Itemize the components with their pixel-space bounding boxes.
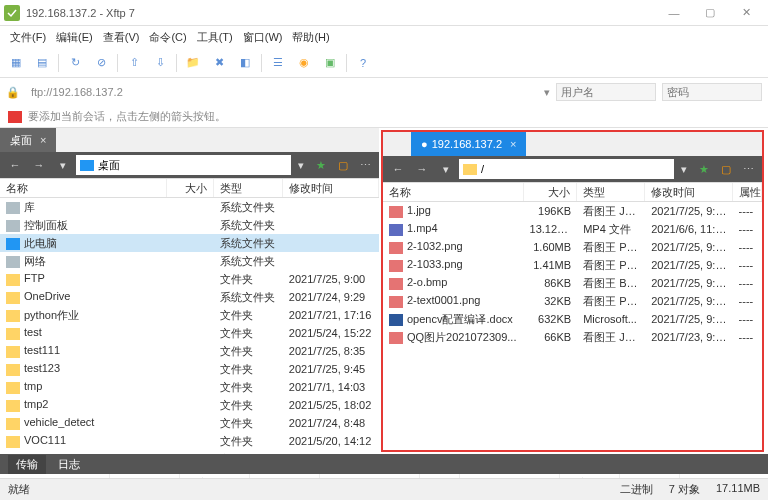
file-row[interactable]: vehicle_detect文件夹2021/7/24, 8:48 <box>0 414 379 432</box>
help-icon[interactable]: ? <box>353 53 373 73</box>
path-input[interactable]: 桌面 <box>76 155 291 175</box>
file-row[interactable]: OneDrive系统文件夹2021/7/24, 9:29 <box>0 288 379 306</box>
column-header[interactable]: 类型 <box>214 179 283 197</box>
file-row[interactable]: 1.jpg196KB看图王 JP...2021/7/25, 9:34---- <box>383 202 762 220</box>
status-objects: 7 对象 <box>669 482 700 497</box>
file-row[interactable]: python作业文件夹2021/7/21, 17:16 <box>0 306 379 324</box>
tab-transfer[interactable]: 传输 <box>8 455 46 474</box>
terminal-icon[interactable]: ▣ <box>320 53 340 73</box>
tab-log[interactable]: 日志 <box>58 457 80 472</box>
close-icon[interactable]: × <box>510 138 516 150</box>
file-row[interactable]: VOC1111文件夹2021/4/28, 12:40 <box>0 450 379 454</box>
flag-icon <box>8 111 22 123</box>
refresh-icon[interactable]: ★ <box>694 159 714 179</box>
path-input[interactable]: / <box>459 159 674 179</box>
properties-icon[interactable]: ◧ <box>235 53 255 73</box>
home-icon[interactable]: ▢ <box>716 159 736 179</box>
app-icon <box>4 5 20 21</box>
column-header[interactable]: 大小 <box>524 183 578 201</box>
status-ready: 就绪 <box>8 482 30 497</box>
column-header[interactable]: 修改时间 <box>645 183 732 201</box>
file-row[interactable]: 2-text0001.png32KB看图王 PN...2021/7/25, 9:… <box>383 292 762 310</box>
open-icon[interactable]: ▤ <box>32 53 52 73</box>
file-row[interactable]: tmp2文件夹2021/5/25, 18:02 <box>0 396 379 414</box>
toolbar: ▦ ▤ ↻ ⊘ ⇧ ⇩ 📁 ✖ ◧ ☰ ◉ ▣ ? <box>0 48 768 78</box>
lock-icon: 🔒 <box>6 86 20 99</box>
column-header[interactable]: 大小 <box>167 179 214 197</box>
window-title: 192.168.137.2 - Xftp 7 <box>26 7 135 19</box>
dropdown-icon[interactable]: ▾ <box>544 86 550 99</box>
more-icon[interactable]: ⋯ <box>738 159 758 179</box>
column-header[interactable]: 名称 <box>383 183 524 201</box>
menu-item[interactable]: 编辑(E) <box>52 28 97 47</box>
local-tab[interactable]: 桌面× <box>0 128 56 152</box>
file-row[interactable]: opencv配置编译.docx632KBMicrosoft...2021/7/2… <box>383 310 762 328</box>
download-icon[interactable]: ⇩ <box>150 53 170 73</box>
address-url[interactable]: ftp://192.168.137.2 <box>26 83 538 101</box>
home-icon[interactable]: ▢ <box>333 155 353 175</box>
status-mode: 二进制 <box>620 482 653 497</box>
file-row[interactable]: 1.mp413.12MBMP4 文件2021/6/6, 11:43---- <box>383 220 762 238</box>
menu-item[interactable]: 工具(T) <box>193 28 237 47</box>
forward-button[interactable]: → <box>28 155 50 175</box>
menu-item[interactable]: 文件(F) <box>6 28 50 47</box>
file-row[interactable]: 2-1032.png1.60MB看图王 PN...2021/7/25, 9:06… <box>383 238 762 256</box>
back-button[interactable]: ← <box>387 159 409 179</box>
menu-item[interactable]: 命令(C) <box>145 28 190 47</box>
chevron-down-icon[interactable]: ▾ <box>676 163 692 176</box>
upload-icon[interactable]: ⇧ <box>124 53 144 73</box>
delete-icon[interactable]: ✖ <box>209 53 229 73</box>
new-folder-icon[interactable]: 📁 <box>183 53 203 73</box>
file-row[interactable]: FTP文件夹2021/7/25, 9:00 <box>0 270 379 288</box>
dropdown-icon[interactable]: ▾ <box>52 155 74 175</box>
reconnect-icon[interactable]: ↻ <box>65 53 85 73</box>
remote-tab[interactable]: ●192.168.137.2× <box>411 132 526 156</box>
disconnect-icon[interactable]: ⊘ <box>91 53 111 73</box>
minimize-button[interactable]: — <box>656 0 692 26</box>
sync-icon[interactable]: ◉ <box>294 53 314 73</box>
forward-button[interactable]: → <box>411 159 433 179</box>
menu-bar: 文件(F)编辑(E)查看(V)命令(C)工具(T)窗口(W)帮助(H) <box>0 26 768 48</box>
file-row[interactable]: VOC111文件夹2021/5/20, 14:12 <box>0 432 379 450</box>
file-row[interactable]: tmp文件夹2021/7/1, 14:03 <box>0 378 379 396</box>
file-row[interactable]: QQ图片2021072309...66KB看图王 JP...2021/7/23,… <box>383 328 762 346</box>
column-header[interactable]: 属性 <box>733 183 762 201</box>
dropdown-icon[interactable]: ▾ <box>435 159 457 179</box>
chevron-down-icon[interactable]: ▾ <box>293 159 309 172</box>
file-row[interactable]: 控制面板系统文件夹 <box>0 216 379 234</box>
file-row[interactable]: 库系统文件夹 <box>0 198 379 216</box>
maximize-button[interactable]: ▢ <box>692 0 728 26</box>
desktop-icon <box>80 160 94 171</box>
refresh-icon[interactable]: ★ <box>311 155 331 175</box>
new-session-icon[interactable]: ▦ <box>6 53 26 73</box>
status-size: 17.11MB <box>716 482 760 497</box>
close-icon[interactable]: × <box>40 134 46 146</box>
menu-item[interactable]: 窗口(W) <box>239 28 287 47</box>
column-header[interactable]: 修改时间 <box>283 179 379 197</box>
file-row[interactable]: 此电脑系统文件夹 <box>0 234 379 252</box>
file-row[interactable]: test文件夹2021/5/24, 15:22 <box>0 324 379 342</box>
hint-text: 要添加当前会话，点击左侧的箭头按钮。 <box>28 109 226 124</box>
password-field[interactable] <box>662 83 762 101</box>
more-icon[interactable]: ⋯ <box>355 155 375 175</box>
column-header[interactable]: 类型 <box>577 183 645 201</box>
username-field[interactable] <box>556 83 656 101</box>
column-header[interactable]: 名称 <box>0 179 167 197</box>
back-button[interactable]: ← <box>4 155 26 175</box>
file-row[interactable]: 2-o.bmp86KB看图王 BM...2021/7/25, 9:06---- <box>383 274 762 292</box>
menu-item[interactable]: 帮助(H) <box>288 28 333 47</box>
close-button[interactable]: ✕ <box>728 0 764 26</box>
file-row[interactable]: 网络系统文件夹 <box>0 252 379 270</box>
file-row[interactable]: 2-1033.png1.41MB看图王 PN...2021/7/25, 9:06… <box>383 256 762 274</box>
view-icon[interactable]: ☰ <box>268 53 288 73</box>
menu-item[interactable]: 查看(V) <box>99 28 144 47</box>
file-row[interactable]: test123文件夹2021/7/25, 9:45 <box>0 360 379 378</box>
folder-icon <box>463 164 477 175</box>
file-row[interactable]: test111文件夹2021/7/25, 8:35 <box>0 342 379 360</box>
